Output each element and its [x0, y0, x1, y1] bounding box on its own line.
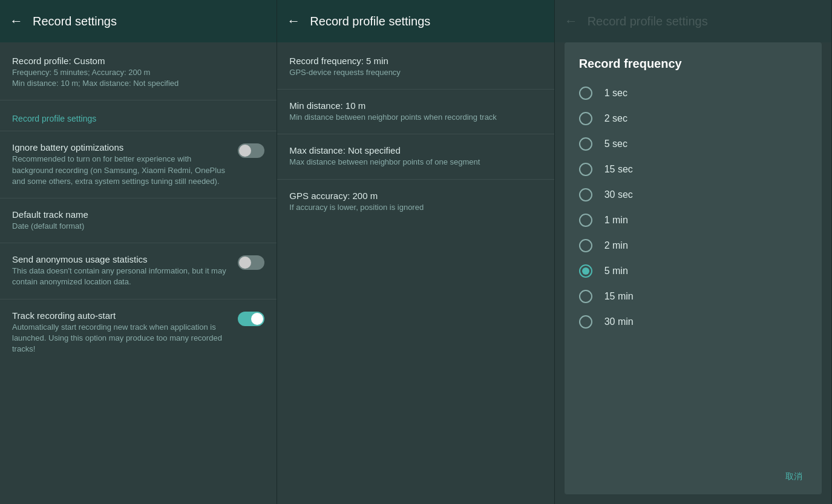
panel-record-frequency-dialog: ← Record profile settings Record frequen…: [555, 0, 832, 504]
auto-start-text: Track recording auto-start Automatically…: [12, 310, 238, 355]
radio-circle: [579, 239, 592, 252]
usage-stats-title: Send anonymous usage statistics: [12, 254, 231, 264]
usage-stats-subtitle: This data doesn't contain any personal i…: [12, 266, 231, 287]
panel2-content: Record frequency: 5 min GPS-device reque…: [277, 42, 554, 504]
frequency-title: Record frequency: 5 min: [289, 56, 534, 66]
record-profile-text: Record profile: Custom Frequency: 5 minu…: [12, 56, 264, 89]
auto-start-item[interactable]: Track recording auto-start Automatically…: [0, 302, 277, 364]
radio-label: 15 min: [604, 291, 634, 302]
frequency-option[interactable]: 2 sec: [569, 106, 817, 131]
dialog-cancel-button[interactable]: 取消: [781, 469, 807, 485]
frequency-option[interactable]: 2 min: [569, 233, 817, 258]
divider-1: [0, 100, 277, 100]
track-name-title: Default track name: [12, 209, 257, 220]
divider-5: [0, 299, 277, 299]
frequency-option[interactable]: 30 sec: [569, 182, 817, 208]
panel1-header: ← Record settings: [0, 0, 277, 42]
dialog-options-list: 1 sec2 sec5 sec15 sec30 sec1 min2 min5 m…: [565, 80, 822, 462]
max-distance-text: Max distance: Not specified Max distance…: [289, 145, 542, 168]
radio-circle: [579, 137, 592, 151]
gps-accuracy-title: GPS accuracy: 200 m: [289, 191, 534, 201]
auto-start-subtitle: Automatically start recording new track …: [12, 322, 231, 355]
radio-label: 2 sec: [604, 113, 627, 124]
record-profile-item[interactable]: Record profile: Custom Frequency: 5 minu…: [0, 47, 277, 97]
frequency-option[interactable]: 15 sec: [569, 157, 817, 182]
divider-p2-3: [277, 179, 554, 180]
dialog-title: Record frequency: [565, 42, 822, 80]
section-header-profile: Record profile settings: [0, 103, 277, 128]
panel1-content: Record profile: Custom Frequency: 5 minu…: [0, 42, 277, 504]
gps-accuracy-item[interactable]: GPS accuracy: 200 m If accuracy is lower…: [277, 182, 554, 221]
radio-label: 2 min: [604, 240, 628, 251]
battery-subtitle: Recommended to turn on for better experi…: [12, 154, 231, 187]
frequency-option[interactable]: 5 min: [569, 258, 817, 284]
frequency-option[interactable]: 1 min: [569, 208, 817, 233]
radio-circle: [579, 87, 592, 100]
radio-label: 30 min: [604, 316, 634, 327]
divider-p2-2: [277, 134, 554, 134]
min-distance-subtitle: Min distance between neighbor points whe…: [289, 112, 534, 123]
radio-circle: [579, 214, 592, 227]
frequency-subtitle: GPS-device requests frequency: [289, 67, 534, 78]
radio-circle: [579, 112, 592, 125]
radio-label: 5 sec: [604, 139, 627, 149]
frequency-option[interactable]: 15 min: [569, 284, 817, 309]
gps-accuracy-text: GPS accuracy: 200 m If accuracy is lower…: [289, 191, 542, 213]
radio-circle: [579, 315, 592, 329]
panel2-back-button[interactable]: ←: [287, 13, 300, 29]
panel-record-profile-settings: ← Record profile settings Record frequen…: [277, 0, 554, 504]
dialog-footer: 取消: [565, 462, 822, 494]
track-name-text: Default track name Date (default format): [12, 209, 264, 232]
max-distance-subtitle: Max distance between neighbor points of …: [289, 157, 534, 168]
battery-title: Ignore battery optimizations: [12, 142, 231, 152]
radio-circle: [579, 264, 592, 278]
panel2-title: Record profile settings: [310, 15, 430, 28]
gps-accuracy-subtitle: If accuracy is lower, position is ignore…: [289, 202, 534, 213]
auto-start-title: Track recording auto-start: [12, 310, 231, 321]
radio-label: 1 min: [604, 215, 628, 226]
radio-label: 15 sec: [604, 164, 633, 175]
radio-label: 5 min: [604, 266, 628, 277]
frequency-option[interactable]: 5 sec: [569, 131, 817, 157]
frequency-option[interactable]: 30 min: [569, 309, 817, 335]
radio-circle: [579, 163, 592, 176]
max-distance-item[interactable]: Max distance: Not specified Max distance…: [277, 137, 554, 176]
auto-start-toggle[interactable]: [238, 312, 264, 326]
battery-toggle[interactable]: [238, 143, 264, 158]
divider-2: [0, 131, 277, 131]
track-name-item[interactable]: Default track name Date (default format): [0, 201, 277, 240]
min-distance-title: Min distance: 10 m: [289, 100, 534, 111]
usage-stats-item[interactable]: Send anonymous usage statistics This dat…: [0, 246, 277, 296]
divider-3: [0, 198, 277, 198]
panel1-back-button[interactable]: ←: [10, 13, 23, 29]
battery-text: Ignore battery optimizations Recommended…: [12, 142, 238, 187]
radio-circle: [579, 188, 592, 201]
frequency-item[interactable]: Record frequency: 5 min GPS-device reque…: [277, 47, 554, 87]
max-distance-title: Max distance: Not specified: [289, 145, 534, 155]
divider-p2-1: [277, 89, 554, 90]
radio-label: 1 sec: [604, 88, 627, 99]
usage-stats-text: Send anonymous usage statistics This dat…: [12, 254, 238, 287]
record-profile-subtitle: Frequency: 5 minutes; Accuracy: 200 mMin…: [12, 67, 257, 89]
panel2-header: ← Record profile settings: [277, 0, 554, 42]
divider-4: [0, 243, 277, 243]
radio-circle: [579, 290, 592, 303]
frequency-text: Record frequency: 5 min GPS-device reque…: [289, 56, 542, 78]
frequency-option[interactable]: 1 sec: [569, 80, 817, 106]
battery-optimization-item[interactable]: Ignore battery optimizations Recommended…: [0, 134, 277, 195]
record-profile-title: Record profile: Custom: [12, 56, 257, 66]
track-name-subtitle: Date (default format): [12, 221, 257, 232]
min-distance-text: Min distance: 10 m Min distance between …: [289, 100, 542, 123]
usage-stats-toggle[interactable]: [238, 255, 264, 270]
min-distance-item[interactable]: Min distance: 10 m Min distance between …: [277, 92, 554, 131]
panel-record-settings: ← Record settings Record profile: Custom…: [0, 0, 277, 504]
frequency-dialog: Record frequency 1 sec2 sec5 sec15 sec30…: [565, 42, 822, 494]
radio-label: 30 sec: [604, 189, 633, 200]
panel1-title: Record settings: [33, 15, 117, 28]
